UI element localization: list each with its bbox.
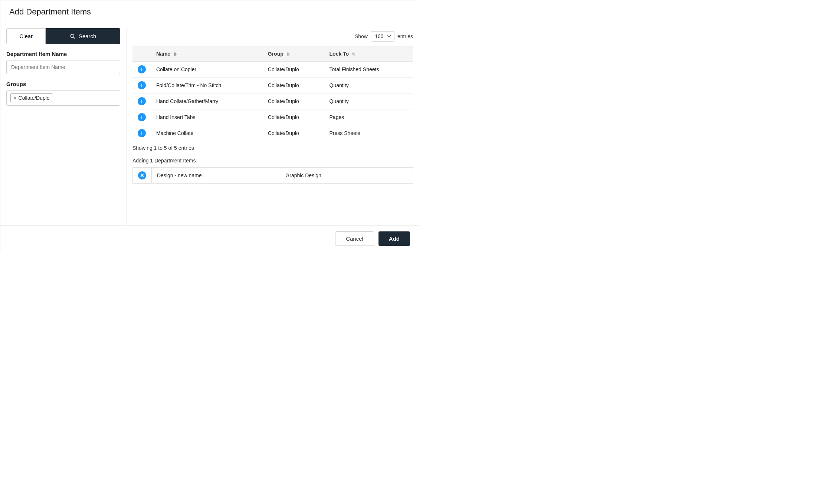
items-table: Name ⇅ Group ⇅ Lock To ⇅ + [132,46,413,141]
footer: Cancel Add [0,225,419,252]
adding-row-lock-to [388,168,413,184]
row-group: Collate/Duplo [263,109,324,125]
row-name: Hand Insert Tabs [151,109,263,125]
entries-label: entries [397,33,413,39]
th-icon [132,46,151,62]
right-panel: Show 100 25 50 200 entries Name ⇅ Group [127,28,419,230]
show-bar: Show 100 25 50 200 entries [132,28,413,46]
sort-group-icon: ⇅ [286,52,290,57]
th-group: Group ⇅ [263,46,324,62]
row-add-cell: + [132,78,151,93]
adding-suffix: Department Items [154,158,196,164]
table-body: + Collate on Copier Collate/Duplo Total … [132,62,413,141]
groups-label: Groups [6,81,120,87]
row-group: Collate/Duplo [263,62,324,78]
row-name: Hand Collate/Gather/Marry [151,93,263,109]
row-add-cell: + [132,93,151,109]
sort-name-icon: ⇅ [173,52,177,57]
table-row: + Hand Insert Tabs Collate/Duplo Pages [132,109,413,125]
table-row: + Collate on Copier Collate/Duplo Total … [132,62,413,78]
sort-lock-icon: ⇅ [352,52,355,57]
adding-count: 1 [150,158,153,164]
search-button[interactable]: Search [46,28,120,44]
adding-label: Adding [132,158,149,164]
showing-text: Showing 1 to 5 of 5 entries [132,141,413,156]
row-add-cell: + [132,62,151,78]
search-label: Search [79,33,96,39]
table-row: + Machine Collate Collate/Duplo Press Sh… [132,125,413,141]
adding-text: Adding 1 Department Items [132,156,413,167]
add-row-icon[interactable]: + [138,65,146,73]
row-lock-to: Quantity [324,78,413,93]
show-label: Show [355,33,368,39]
svg-line-1 [73,37,75,39]
clear-button[interactable]: Clear [6,28,46,44]
dept-item-name-label: Department Item Name [6,51,120,57]
row-name: Collate on Copier [151,62,263,78]
add-row-icon[interactable]: + [138,81,146,89]
page-title: Add Department Items [0,0,419,22]
add-row-icon[interactable]: + [138,113,146,121]
row-name: Machine Collate [151,125,263,141]
left-panel: Clear Search Department Item Name Groups… [0,28,127,230]
dept-item-name-input[interactable] [6,60,120,74]
row-name: Fold/Collate/Trim - No Stitch [151,78,263,93]
th-lock-to: Lock To ⇅ [324,46,413,62]
table-row: + Hand Collate/Gather/Marry Collate/Dupl… [132,93,413,109]
adding-table: Design - new name Graphic Design [132,167,413,184]
tag-label: Collate/Duplo [19,95,50,101]
cancel-button[interactable]: Cancel [335,231,374,246]
adding-remove-cell [133,168,152,184]
adding-row-name: Design - new name [152,168,280,184]
adding-table-row: Design - new name Graphic Design [133,168,413,184]
show-entries-select[interactable]: 100 25 50 200 [371,31,394,42]
groups-tag-container: × Collate/Duplo [6,90,120,106]
table-row: + Fold/Collate/Trim - No Stitch Collate/… [132,78,413,93]
row-add-cell: + [132,109,151,125]
group-tag[interactable]: × Collate/Duplo [10,93,53,102]
tag-remove-icon[interactable]: × [14,95,17,101]
search-icon [70,33,76,39]
add-row-icon[interactable]: + [138,97,146,105]
add-row-icon[interactable]: + [138,129,146,137]
adding-body: Design - new name Graphic Design [133,168,413,184]
row-lock-to: Quantity [324,93,413,109]
action-buttons: Clear Search [6,28,120,44]
adding-row-group: Graphic Design [280,168,388,184]
row-lock-to: Total Finished Sheets [324,62,413,78]
row-group: Collate/Duplo [263,93,324,109]
add-button[interactable]: Add [378,231,410,246]
remove-row-icon[interactable] [138,171,146,179]
row-add-cell: + [132,125,151,141]
row-lock-to: Press Sheets [324,125,413,141]
row-group: Collate/Duplo [263,125,324,141]
row-group: Collate/Duplo [263,78,324,93]
row-lock-to: Pages [324,109,413,125]
svg-point-0 [71,34,74,37]
th-name: Name ⇅ [151,46,263,62]
table-header-row: Name ⇅ Group ⇅ Lock To ⇅ [132,46,413,62]
